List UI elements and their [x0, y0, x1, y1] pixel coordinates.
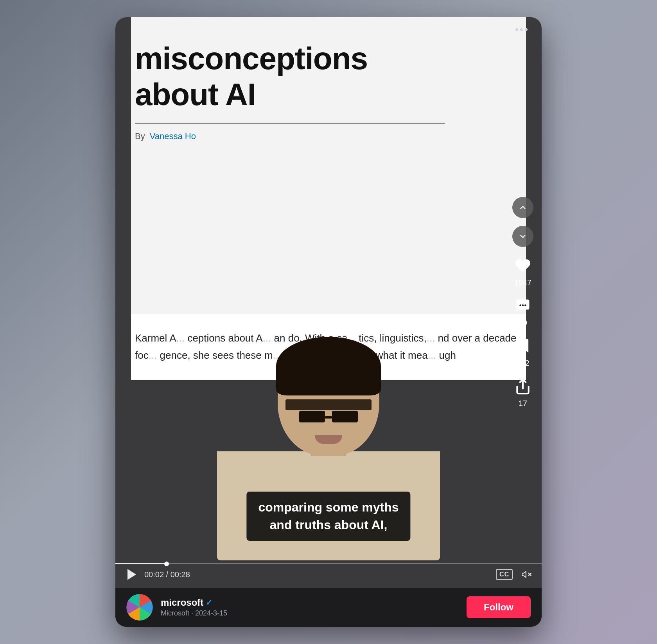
avatar[interactable]	[126, 594, 153, 621]
account-info: microsoft ✓ Microsoft · 2024-3-15	[161, 597, 459, 617]
share-count: 17	[519, 399, 527, 408]
controls-bar: 00:02 / 00:28 CC	[115, 564, 542, 585]
svg-marker-0	[522, 571, 526, 577]
share-button[interactable]: 17	[512, 376, 534, 408]
bookmark-button[interactable]: 242	[512, 335, 534, 368]
by-label: By	[135, 131, 145, 141]
follow-button[interactable]: Follow	[467, 596, 531, 618]
video-container: misconceptions about AI By Vanessa Ho Ka…	[115, 17, 542, 588]
more-options-button[interactable]	[515, 28, 528, 31]
article-title: misconceptions about AI	[135, 41, 522, 113]
like-button[interactable]: 1947	[512, 255, 534, 287]
svg-point-4	[522, 304, 524, 306]
bottom-bar: microsoft ✓ Microsoft · 2024-3-15 Follow	[115, 588, 542, 627]
subtitle: comparing some myths and truths about AI…	[246, 492, 410, 541]
account-meta: Microsoft · 2024-3-15	[161, 609, 459, 617]
svg-point-3	[519, 304, 521, 306]
mute-button[interactable]	[521, 569, 531, 580]
cc-button[interactable]: CC	[496, 569, 513, 580]
article-byline: By Vanessa Ho	[135, 123, 445, 141]
bookmark-count: 242	[516, 359, 529, 368]
tiktok-card: misconceptions about AI By Vanessa Ho Ka…	[115, 17, 542, 627]
article-background: misconceptions about AI By Vanessa Ho	[115, 17, 542, 314]
comment-count: 49	[519, 318, 527, 327]
svg-point-5	[524, 304, 526, 306]
author-link[interactable]: Vanessa Ho	[150, 131, 196, 141]
time-display: 00:02 / 00:28	[144, 570, 190, 579]
nav-down-button[interactable]	[512, 226, 533, 247]
comment-button[interactable]: 49	[512, 295, 534, 327]
subtitle-line2: and truths about AI,	[258, 516, 399, 534]
nav-up-button[interactable]	[512, 197, 533, 218]
subtitle-line1: comparing some myths	[258, 499, 399, 516]
play-button[interactable]	[126, 568, 138, 581]
like-count: 1947	[514, 278, 532, 287]
right-actions: 1947 49	[512, 197, 534, 408]
account-name: microsoft ✓	[161, 597, 459, 608]
verified-icon: ✓	[206, 598, 212, 607]
